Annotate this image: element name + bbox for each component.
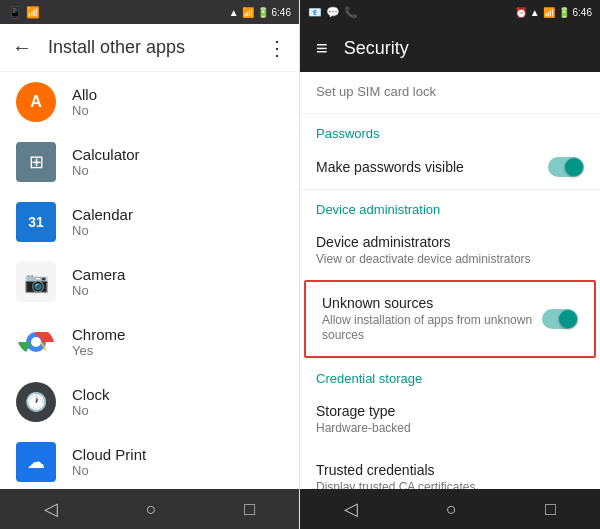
settings-list: Set up SIM card lock Passwords Make pass… — [300, 72, 600, 489]
left-panel: 📱 📶 ▲ 📶 🔋 6:46 ← Install other apps ⋮ A … — [0, 0, 300, 529]
sim-card-lock-title: Set up SIM card lock — [316, 84, 584, 101]
notification-icon: 📱 — [8, 6, 22, 19]
sim-icon: 📶 — [26, 6, 40, 19]
calendar-app-icon: 31 — [16, 202, 56, 242]
signal-icon: 📶 — [242, 7, 254, 18]
app-name-camera: Camera — [72, 266, 125, 283]
recents-nav-icon[interactable]: □ — [244, 499, 255, 520]
alarm-icon: ⏰ — [515, 7, 527, 18]
toolbar-right: ≡ Security — [300, 24, 600, 72]
msg-icon: 💬 — [326, 6, 340, 19]
device-administrators-item[interactable]: Device administrators View or deactivate… — [300, 221, 600, 280]
recents-nav-icon-right[interactable]: □ — [545, 499, 556, 520]
home-nav-icon[interactable]: ○ — [146, 499, 157, 520]
storage-type-title: Storage type — [316, 402, 584, 420]
app-name-calculator: Calculator — [72, 146, 140, 163]
wifi-icon: ▲ — [229, 7, 239, 18]
sim-card-lock-item[interactable]: Set up SIM card lock — [300, 72, 600, 113]
menu-notif-icon: 📧 — [308, 6, 322, 19]
unknown-sources-toggle[interactable] — [542, 309, 578, 329]
app-name-clock: Clock — [72, 386, 110, 403]
status-bar-left-icons: 📱 📶 — [8, 6, 40, 19]
trusted-credentials-text: Trusted credentials Display trusted CA c… — [316, 461, 584, 489]
svg-point-2 — [31, 337, 41, 347]
list-item[interactable]: 31 Calendar No — [0, 192, 299, 252]
status-bar-left: 📱 📶 ▲ 📶 🔋 6:46 — [0, 0, 299, 24]
list-item[interactable]: 🕐 Clock No — [0, 372, 299, 432]
app-status-cloudprint: No — [72, 463, 146, 478]
make-passwords-text: Make passwords visible — [316, 158, 548, 176]
battery-right-icon: 🔋 — [558, 7, 570, 18]
page-title-right: Security — [344, 38, 409, 59]
device-admin-text: Device administrators View or deactivate… — [316, 233, 584, 268]
app-info-calendar: Calendar No — [72, 206, 133, 238]
app-info-clock: Clock No — [72, 386, 110, 418]
status-bar-right-icons-left: ▲ 📶 🔋 6:46 — [229, 7, 291, 18]
trusted-credentials-subtitle: Display trusted CA certificates — [316, 480, 584, 489]
unknown-sources-text: Unknown sources Allow installation of ap… — [322, 294, 542, 344]
hamburger-menu-button[interactable]: ≡ — [316, 37, 328, 60]
unknown-sources-item[interactable]: Unknown sources Allow installation of ap… — [304, 280, 596, 358]
battery-icon: 🔋 — [257, 7, 269, 18]
app-name-calendar: Calendar — [72, 206, 133, 223]
wifi-right-icon: ▲ — [530, 7, 540, 18]
status-bar-right-left-icons: 📧 💬 📞 — [308, 6, 358, 19]
list-item[interactable]: ☁ Cloud Print No — [0, 432, 299, 489]
status-bar-right-right-icons: ⏰ ▲ 📶 🔋 6:46 — [515, 7, 592, 18]
whatsapp-icon: 📞 — [344, 6, 358, 19]
more-options-button[interactable]: ⋮ — [267, 36, 287, 60]
time-right: 6:46 — [573, 7, 592, 18]
make-passwords-title: Make passwords visible — [316, 158, 548, 176]
sim-card-lock-text: Set up SIM card lock — [316, 84, 584, 101]
app-info-allo: Allo No — [72, 86, 97, 118]
home-nav-icon-right[interactable]: ○ — [446, 499, 457, 520]
back-button[interactable]: ← — [12, 36, 32, 59]
trusted-credentials-item[interactable]: Trusted credentials Display trusted CA c… — [300, 449, 600, 489]
clock-app-icon: 🕐 — [16, 382, 56, 422]
storage-type-text: Storage type Hardware-backed — [316, 402, 584, 437]
device-admin-subtitle: View or deactivate device administrators — [316, 252, 584, 268]
app-info-camera: Camera No — [72, 266, 125, 298]
app-name-allo: Allo — [72, 86, 97, 103]
camera-app-icon: 📷 — [16, 262, 56, 302]
device-admin-title: Device administrators — [316, 233, 584, 251]
back-nav-icon-right[interactable]: ◁ — [344, 498, 358, 520]
nav-bar-left: ◁ ○ □ — [0, 489, 299, 529]
device-admin-section-label: Device administration — [300, 190, 600, 221]
list-item[interactable]: A Allo No — [0, 72, 299, 132]
app-name-cloudprint: Cloud Print — [72, 446, 146, 463]
app-status-clock: No — [72, 403, 110, 418]
app-status-calendar: No — [72, 223, 133, 238]
app-info-cloudprint: Cloud Print No — [72, 446, 146, 478]
page-title-left: Install other apps — [48, 37, 251, 58]
make-passwords-visible-item[interactable]: Make passwords visible — [300, 145, 600, 189]
list-item[interactable]: Chrome Yes — [0, 312, 299, 372]
app-status-chrome: Yes — [72, 343, 125, 358]
chrome-app-icon — [16, 322, 56, 362]
nav-bar-right: ◁ ○ □ — [300, 489, 600, 529]
status-bar-right: 📧 💬 📞 ⏰ ▲ 📶 🔋 6:46 — [300, 0, 600, 24]
app-status-calculator: No — [72, 163, 140, 178]
list-item[interactable]: ⊞ Calculator No — [0, 132, 299, 192]
storage-type-subtitle: Hardware-backed — [316, 421, 584, 437]
passwords-section-label: Passwords — [300, 114, 600, 145]
storage-type-item[interactable]: Storage type Hardware-backed — [300, 390, 600, 449]
allo-app-icon: A — [16, 82, 56, 122]
list-item[interactable]: 📷 Camera No — [0, 252, 299, 312]
back-nav-icon[interactable]: ◁ — [44, 498, 58, 520]
time-left: 6:46 — [272, 7, 291, 18]
app-status-camera: No — [72, 283, 125, 298]
make-passwords-toggle[interactable] — [548, 157, 584, 177]
credential-storage-label: Credential storage — [300, 359, 600, 390]
unknown-sources-subtitle: Allow installation of apps from unknown … — [322, 313, 542, 344]
app-list: A Allo No ⊞ Calculator No 31 Calendar No… — [0, 72, 299, 489]
unknown-sources-title: Unknown sources — [322, 294, 542, 312]
app-status-allo: No — [72, 103, 97, 118]
trusted-credentials-title: Trusted credentials — [316, 461, 584, 479]
app-name-chrome: Chrome — [72, 326, 125, 343]
app-info-chrome: Chrome Yes — [72, 326, 125, 358]
toolbar-left: ← Install other apps ⋮ — [0, 24, 299, 72]
right-panel: 📧 💬 📞 ⏰ ▲ 📶 🔋 6:46 ≡ Security Set up SIM… — [300, 0, 600, 529]
calculator-app-icon: ⊞ — [16, 142, 56, 182]
signal-right-icon: 📶 — [543, 7, 555, 18]
